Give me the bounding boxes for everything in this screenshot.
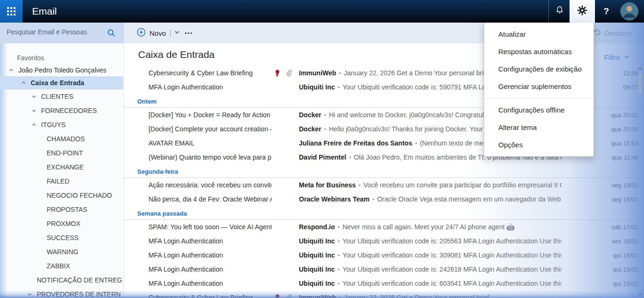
date-group-label: Semana passada [124,208,644,220]
help-button[interactable]: ? [595,0,618,23]
email-subject: Não perca, dia 4 de Fev: Oracle Webinar … [149,195,272,203]
email-row[interactable]: Não perca, dia 4 de Fev: Oracle Webinar … [124,192,644,206]
new-mail-label: Novo [149,29,166,37]
email-time: sáb 17/01 [561,224,644,231]
undo-button[interactable]: Desfazer [593,23,633,43]
menu-item-respostas-automaticas[interactable]: Respostas automáticas [484,43,594,60]
sidebar-item-negocio-fechado[interactable]: NEGOCIO FECHADO [0,188,123,202]
plus-circle-icon [137,28,146,39]
menu-item-atualizar[interactable]: Atualizar [484,25,594,43]
email-subject: MFA Login Authentication [149,251,272,259]
outlook-web-app: Email ? Novo ••• [0,0,644,298]
message-group: Segunda-feiraAção necessária: você receb… [124,166,644,206]
sidebar-item-proxmox[interactable]: PROXMOX [0,217,123,231]
ribbon-icon [272,69,283,77]
sidebar-item-zabbix[interactable]: ZABBIX [0,259,123,273]
email-subject: MFA Login Authentication [149,280,272,287]
settings-menu: AtualizarRespostas automáticasConfiguraç… [484,23,594,157]
email-row[interactable]: Ação necessária: você recebeu um convite… [124,178,644,192]
chevron-up-icon[interactable] [8,67,18,73]
search-input[interactable] [6,28,97,36]
menu-item-configuracoes-offline[interactable]: Configurações offline [484,101,594,119]
sidebar-item-end-point[interactable]: END-POINT [0,146,123,160]
sidebar-item-warning[interactable]: WARNING [0,245,123,259]
email-subject: SPAM: You left too soon — Voice AI Agent… [149,223,272,231]
sidebar-item-caixa-de-entrada[interactable]: Caixa de Entrada [0,76,123,89]
email-row[interactable]: MFA Login AuthenticationUbiquiti Inc•You… [124,248,644,262]
sidebar-item-propostas[interactable]: PROPOSTAS [0,202,123,217]
separator-bullet: • [338,266,339,273]
email-row[interactable]: MFA Login AuthenticationUbiquiti Inc•You… [124,276,644,290]
email-row[interactable]: MFA Login AuthenticationUbiquiti Inc•You… [124,234,644,248]
chevron-down-icon[interactable] [31,94,41,99]
sidebar-item-label: NOTIFICAÇÃO DE ENTREG [37,276,122,284]
email-sender: Juliana Freire de Freitas dos Santos [299,139,412,147]
chevron-down-icon[interactable] [31,108,41,113]
email-preview: Your Ubiquiti verification code is: 3090… [342,251,561,259]
settings-button[interactable] [570,0,595,23]
sidebar-item-label: WARNING [47,248,78,256]
email-sender-preview: Oracle Webinars Team•Oracle Oracle Veja … [299,195,561,203]
sidebar-item-favoritos[interactable]: Favoritos [0,52,123,64]
scrollbar-thumb[interactable] [638,73,642,94]
email-time: sex 16/01 [561,238,644,245]
menu-item-opcoes[interactable]: Opções [484,136,594,153]
email-time: seg 19/01 [561,196,644,203]
bell-icon [554,5,565,17]
sidebar-item-label: ZABBIX [47,262,70,270]
chevron-up-icon[interactable] [21,80,31,86]
email-subject: [Docker] Complete your account creation … [149,125,272,133]
sidebar-item-clientes[interactable]: CLIENTES [0,89,123,104]
email-sender: Ubiquiti Inc [299,237,335,245]
new-mail-button[interactable]: Novo [137,23,180,43]
app-title: Email [32,0,57,23]
menu-item-configuracoes-de-exibicao[interactable]: Configurações de exibição [484,60,594,78]
separator-bullet: • [324,126,326,133]
folder-sidebar: FavoritosJoão Pedro Toledo GonçalvesCaix… [0,43,123,298]
sidebar-item-joao-pedro-toledo-goncalves[interactable]: João Pedro Toledo Gonçalves [0,64,123,76]
email-preview: Você recebeu um convite para participar … [363,181,561,189]
sidebar-item-notificacao-de-entreg[interactable]: NOTIFICAÇÃO DE ENTREG [0,273,123,287]
email-row[interactable]: Cybersecurity & Cyber Law BriefingImmuni… [124,290,644,298]
sidebar-item-label: PROXMOX [47,220,81,227]
chevron-down-icon [620,53,630,61]
email-subject: Ação necessária: você recebeu um convite… [149,181,272,189]
email-subject: (Webinar) Quanto tempo você leva para pe… [149,153,272,161]
sidebar-item-label: ITGUYS [41,121,66,129]
sidebar-item-fornecedores[interactable]: FORNECEDORES [0,104,123,118]
sidebar-item-label: João Pedro Toledo Gonçalves [18,66,107,74]
scroll-down-arrow[interactable] [638,293,643,296]
sidebar-item-label: Favoritos [17,54,44,62]
sidebar-item-exchange[interactable]: EXCHANGE [0,160,123,174]
sidebar-item-itguys[interactable]: ITGUYS [0,118,123,132]
email-row[interactable]: SPAM: You left too soon — Voice AI Agent… [124,220,644,234]
more-commands-button[interactable]: ••• [185,23,193,43]
email-sender: Ubiquiti Inc [299,280,335,287]
notifications-button[interactable] [548,0,570,23]
sidebar-item-provedores-de-intern[interactable]: PROVEDORES DE INTERN [0,287,123,298]
email-preview: January 22, 2026 Get a Demo Your persona… [344,69,494,77]
sidebar-item-failed[interactable]: FAILED [0,174,123,188]
menu-item-alterar-tema[interactable]: Alterar tema [484,119,594,136]
sidebar-item-chamados[interactable]: CHAMADOS [0,132,123,146]
undo-label: Desfazer [604,29,633,37]
sidebar-item-success[interactable]: SUCCESS [0,231,123,245]
menu-item-gerenciar-suplementos[interactable]: Gerenciar suplementos [484,78,594,95]
email-preview: Oracle Oracle Veja esta mensagem em um n… [377,195,561,203]
scroll-up-arrow[interactable] [638,67,643,70]
waffle-icon [7,7,16,16]
email-row-icons [272,69,299,77]
account-button[interactable] [619,0,640,23]
vertical-scrollbar[interactable] [637,66,643,297]
email-row[interactable]: MFA Login AuthenticationUbiquiti Inc•You… [124,262,644,276]
email-sender: ImmuniWeb [299,69,336,77]
email-preview: Your Ubiquiti verification code is: 2055… [342,237,561,245]
chevron-down-icon[interactable] [174,29,180,37]
chevron-up-icon[interactable] [31,122,41,128]
magnifier-icon[interactable] [107,29,116,39]
filter-button[interactable]: Filtro [604,53,630,61]
app-launcher-button[interactable] [0,0,23,23]
chevron-down-icon[interactable] [27,291,37,297]
email-preview: Your Ubiquiti verification code is: 6035… [342,280,561,287]
separator-bullet: • [338,224,339,231]
